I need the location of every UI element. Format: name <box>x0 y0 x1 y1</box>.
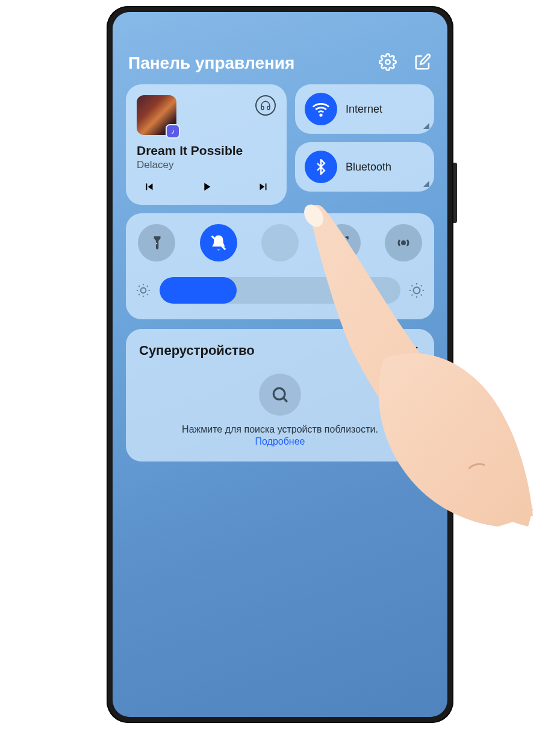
wifi-toggle[interactable]: Internet <box>295 84 434 134</box>
skip-next-icon <box>257 180 270 193</box>
nearby-share-toggle[interactable] <box>385 224 422 261</box>
cast-icon <box>260 100 271 111</box>
flashlight-toggle[interactable] <box>138 224 175 261</box>
connectivity-column: Internet Bluetooth <box>295 84 434 205</box>
music-controls <box>137 180 276 194</box>
flashlight-icon <box>149 235 164 251</box>
music-app-badge-icon: ♪ <box>166 124 180 139</box>
wifi-circle <box>305 93 337 125</box>
close-icon[interactable] <box>406 343 421 358</box>
play-button[interactable] <box>198 180 216 194</box>
broadcast-icon <box>394 234 412 252</box>
song-artist: Delacey <box>137 159 276 171</box>
brightness-control <box>135 277 425 304</box>
sun-dim-icon <box>135 283 151 298</box>
svg-point-10 <box>273 388 285 399</box>
wifi-icon <box>312 100 330 118</box>
super-device-panel: Суперустройство Нажмите для поиска устро… <box>126 329 434 461</box>
edit-button[interactable] <box>414 53 432 74</box>
gear-icon <box>379 53 397 71</box>
super-device-title: Суперустройство <box>139 343 255 358</box>
control-panel-screen: Панель управления ♪ <box>113 12 447 717</box>
header-actions <box>379 53 432 74</box>
bell-off-icon <box>210 234 228 252</box>
svg-point-1 <box>320 114 322 116</box>
super-device-learn-more[interactable]: Подробнее <box>139 436 421 447</box>
skip-previous-icon <box>143 180 156 193</box>
expand-indicator-icon <box>423 181 429 187</box>
mute-toggle[interactable] <box>200 224 237 261</box>
screenshot-icon <box>334 234 350 251</box>
song-title: Dream It Possible <box>137 143 276 158</box>
wifi-label: Internet <box>346 103 382 116</box>
svg-point-4 <box>402 242 405 245</box>
search-icon <box>270 385 290 404</box>
toggles-panel <box>126 213 434 319</box>
search-devices-button[interactable] <box>259 374 301 416</box>
screenshot-toggle[interactable] <box>323 224 361 261</box>
super-device-hint: Нажмите для поиска устройств поблизости. <box>139 424 421 435</box>
page-title: Панель управления <box>128 54 294 73</box>
brightness-fill <box>160 277 237 304</box>
play-icon <box>200 180 213 193</box>
bluetooth-icon <box>313 159 329 175</box>
svg-point-9 <box>380 349 383 352</box>
bluetooth-circle <box>305 151 337 183</box>
svg-point-6 <box>414 287 420 294</box>
sun-bright-icon <box>409 283 425 298</box>
next-track-button[interactable] <box>254 180 272 194</box>
phone-frame: Панель управления ♪ <box>107 6 453 723</box>
svg-point-5 <box>141 288 146 293</box>
previous-track-button[interactable] <box>140 180 158 194</box>
quick-toggles-row <box>135 224 425 261</box>
brightness-slider[interactable] <box>160 277 400 304</box>
svg-point-0 <box>385 60 390 64</box>
bluetooth-label: Bluetooth <box>346 161 391 174</box>
music-widget[interactable]: ♪ Dream It Possible Delacey <box>126 84 287 205</box>
audio-output-button[interactable] <box>255 95 276 116</box>
album-art: ♪ <box>137 95 176 135</box>
settings-button[interactable] <box>379 53 397 74</box>
svg-point-2 <box>156 243 158 245</box>
header: Панель управления <box>128 53 432 74</box>
bluetooth-toggle[interactable]: Bluetooth <box>295 142 434 192</box>
radar-icon[interactable] <box>373 342 390 359</box>
hidden-toggle[interactable] <box>261 224 299 261</box>
expand-indicator-icon <box>423 123 429 129</box>
edit-icon <box>414 53 432 71</box>
top-row: ♪ Dream It Possible Delacey <box>126 84 434 205</box>
